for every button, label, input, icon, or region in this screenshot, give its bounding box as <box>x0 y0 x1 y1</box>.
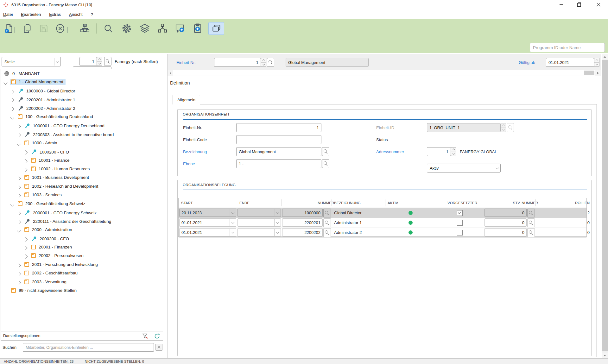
column-header-vorgesetzter[interactable]: VORGESETZTER <box>436 198 489 208</box>
einheit-nr-header-input[interactable]: 1 <box>214 58 261 67</box>
tree-item-content[interactable]: 2200201 - Administrator 1 <box>16 96 78 103</box>
tree-item[interactable]: 99 - nicht zugewiesene Stellen <box>1 287 163 296</box>
expand-icon[interactable] <box>23 246 28 250</box>
gueltig-ab-spinner[interactable] <box>594 58 599 67</box>
panel-splitter[interactable] <box>167 54 168 358</box>
tree-item-content[interactable]: 2200111 - Assistenz der Geschäftsleitung <box>23 218 113 225</box>
program-search-input[interactable] <box>530 43 605 52</box>
combo-dropdown-button[interactable] <box>494 165 500 172</box>
clear-search-button[interactable] <box>155 344 162 351</box>
cell-ende[interactable] <box>237 228 282 237</box>
tree-item-content[interactable]: 2200202 - Administrator 2 <box>16 105 78 112</box>
date-input[interactable] <box>238 209 281 217</box>
spin-up[interactable] <box>97 57 102 61</box>
expand-icon[interactable] <box>17 194 21 198</box>
dropdown-button[interactable] <box>274 229 281 236</box>
vertical-scrollbar[interactable] <box>602 54 608 358</box>
scrollbar-thumb[interactable] <box>602 60 608 351</box>
tree-search-input[interactable] <box>23 343 154 352</box>
bezeichnung-search-button[interactable] <box>322 147 329 156</box>
add-clipboard-button[interactable] <box>191 22 204 35</box>
orgstruktur-number-input[interactable]: 1 <box>79 57 97 66</box>
lookup-button[interactable] <box>323 228 331 237</box>
minimize-button[interactable] <box>554 0 568 9</box>
expand-icon[interactable] <box>23 168 28 172</box>
clear-filter-icon[interactable] <box>142 333 148 339</box>
spin-up[interactable] <box>451 147 456 152</box>
status-combo[interactable]: Aktiv <box>427 164 501 173</box>
tree-item[interactable]: 1000001 - CEO Fanergy Deutschland <box>1 122 163 131</box>
cell-nummer[interactable]: 1000000 <box>282 208 332 218</box>
tree-item[interactable]: 2000200 - CFO <box>1 235 163 244</box>
tree-item-content[interactable]: 99 - nicht zugewiesene Stellen <box>10 287 79 293</box>
orgstruktur-spinner[interactable] <box>97 57 102 66</box>
tree-item-content[interactable]: 2000 - Administration <box>23 227 74 233</box>
tree-item[interactable]: 1001 - Business Development <box>1 174 163 183</box>
refresh-icon[interactable] <box>154 333 160 339</box>
number-input[interactable]: 0 <box>484 209 527 217</box>
tree-item-content[interactable]: 2200303 - Assistant to the executive boa… <box>23 131 116 138</box>
einheit-nr-input[interactable]: 1 <box>236 123 321 132</box>
date-input[interactable]: 01.01.2021 <box>179 218 236 227</box>
object-network-button[interactable] <box>156 22 169 35</box>
filter-type-combo[interactable]: Stelle <box>2 57 61 66</box>
spin-down[interactable] <box>261 62 266 67</box>
expand-icon[interactable] <box>10 90 14 94</box>
dropdown-button[interactable] <box>230 209 236 216</box>
number-input[interactable]: 2200202 <box>282 228 323 236</box>
search-button[interactable] <box>102 22 115 35</box>
adressnummer-label[interactable]: Adressnummer <box>376 149 404 154</box>
cell-start[interactable]: 01.01.2021 <box>179 218 237 228</box>
expand-icon[interactable] <box>17 272 21 276</box>
tree-item[interactable]: 100 - Geschäftsleitung Deutschland <box>1 113 163 122</box>
tree-item[interactable]: 10002 - Human Resources <box>1 166 163 174</box>
close-button[interactable] <box>590 0 607 9</box>
dropdown-button[interactable] <box>230 229 236 236</box>
bezeichnung-input[interactable]: Global Management <box>236 147 321 156</box>
gueltig-ab-input[interactable]: 01.01.2021 <box>546 58 594 67</box>
column-header-ende[interactable]: ENDE <box>237 198 287 208</box>
number-input[interactable]: 2200201 <box>282 218 323 227</box>
date-input[interactable] <box>238 228 281 236</box>
collapse-icon[interactable] <box>17 229 21 233</box>
tree-item-content[interactable]: 1 - Global Management <box>10 79 66 85</box>
number-input[interactable]: 1000000 <box>282 209 323 217</box>
expand-icon[interactable] <box>23 255 28 259</box>
cell-stv[interactable]: 0 <box>484 228 535 237</box>
tree-item[interactable]: 2200201 - Administrator 1 <box>1 96 163 104</box>
tree-item[interactable]: 1000000 - Global Director <box>1 87 163 96</box>
tree-item[interactable]: 1002 - Research and Development <box>1 183 163 191</box>
einheit-nr-search-button[interactable] <box>267 58 274 67</box>
cell-nummer[interactable]: 2200201 <box>282 218 332 228</box>
tree-item[interactable]: 1 - Global Management <box>1 78 163 87</box>
tree-item-content[interactable]: 20002 - Personalwesen <box>30 253 86 259</box>
menu-datei[interactable]: Datei <box>3 12 13 17</box>
menu-bearbeiten[interactable]: Bearbeiten <box>21 12 41 17</box>
expand-icon[interactable] <box>23 159 28 163</box>
tree-item[interactable]: 1000200 - CFO <box>1 148 163 157</box>
expand-icon[interactable] <box>17 263 21 267</box>
einheit-nr-header-label[interactable]: Einheit-Nr. <box>176 60 196 65</box>
date-input[interactable] <box>238 218 281 227</box>
layers-button[interactable] <box>138 22 151 35</box>
collapse-icon[interactable] <box>10 203 14 207</box>
tree-item-content[interactable]: 2001 - Forschung und Entwicklung <box>23 261 100 267</box>
dropdown-button[interactable] <box>274 219 281 226</box>
tree-item[interactable]: 1000 - Admin <box>1 140 163 148</box>
scroll-down-button[interactable] <box>602 353 608 358</box>
einheit-code-input[interactable] <box>236 135 321 144</box>
menu-help[interactable]: ? <box>91 12 93 17</box>
tree-item[interactable]: 20001 - Finanzen <box>1 244 163 252</box>
tree-item[interactable]: 0 - MANDANT <box>1 70 163 78</box>
tree-item-content[interactable]: 1002 - Research and Development <box>23 183 100 189</box>
combo-dropdown-button[interactable] <box>54 58 60 66</box>
tree-item[interactable]: 2200202 - Administrator 2 <box>1 105 163 113</box>
expand-icon[interactable] <box>17 124 21 129</box>
tree-item-content[interactable]: 2003 - Verwaltung <box>23 279 69 285</box>
tree-item-content[interactable]: 2002 - Geschäftsaufbau <box>23 270 80 276</box>
column-header-aktiv[interactable]: AKTIV <box>385 198 441 208</box>
table-row[interactable]: 20.11.20231000000Global Director02 <box>179 208 586 218</box>
date-input[interactable]: 01.01.2021 <box>179 228 236 236</box>
lookup-button[interactable] <box>527 218 535 227</box>
vorgesetzter-checkbox[interactable] <box>457 220 463 226</box>
